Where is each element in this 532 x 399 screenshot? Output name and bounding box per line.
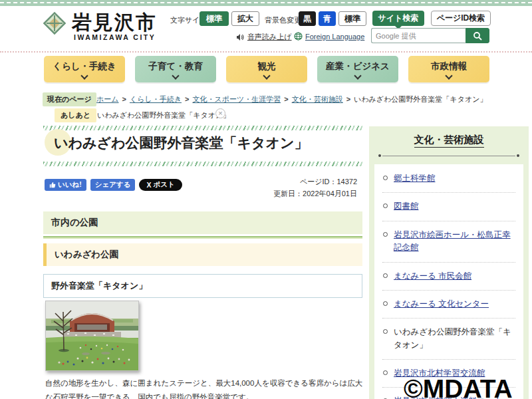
chevron-down-icon xyxy=(354,72,361,79)
bg-blue-button[interactable]: 青 xyxy=(319,11,336,26)
search-button[interactable] xyxy=(466,28,489,43)
nav-tab-kosodate[interactable]: 子育て・教育 xyxy=(135,56,216,82)
breadcrumb-link-bunka-sports[interactable]: 文化・スポーツ・生涯学習 xyxy=(192,95,281,103)
x-post-button[interactable]: X ポスト xyxy=(139,179,182,191)
page-id: ページID：14372 xyxy=(273,176,357,188)
breadcrumb: ホーム>くらし・手続き>文化・スポーツ・生涯学習>文化・芸術施設>いわみざわ公園… xyxy=(96,94,487,104)
sidebar-list: 郷土科学館 図書館 岩見沢市絵画ホール・松島正幸記念館 まなみーる 市民会館 ま… xyxy=(374,164,523,399)
x-icon: X xyxy=(146,181,151,189)
thumbs-up-icon xyxy=(49,182,56,188)
circle-bullet-icon xyxy=(383,329,388,334)
bg-color-label: 背景色変更 xyxy=(265,15,301,25)
footprints-badge: あしあと xyxy=(55,108,96,122)
font-standard-button[interactable]: 標準 xyxy=(200,11,229,26)
circle-bullet-icon xyxy=(383,176,388,180)
search-icon xyxy=(473,31,482,41)
chevron-down-icon xyxy=(172,72,179,79)
sidebar-item-kitaon-current: いわみざわ公園野外音楽堂「キタオン」 xyxy=(382,319,515,360)
circle-bullet-icon xyxy=(383,301,388,306)
social-buttons: いいね! シェアする X ポスト xyxy=(45,179,182,191)
page: 岩見沢市 IWAMIZAWA CITY 文字サイズ 標準 拡大 背景色変更 黒 … xyxy=(0,0,532,399)
dot-icon xyxy=(378,154,381,157)
site-search-tab[interactable]: サイト検索 xyxy=(372,11,424,26)
facebook-share-button[interactable]: シェアする xyxy=(90,179,136,191)
sidebar-item-kyodo-science[interactable]: 郷土科学館 xyxy=(382,165,515,193)
leaf-border-bottom xyxy=(43,162,362,166)
sidebar-title[interactable]: 文化・芸術施設 xyxy=(369,134,529,146)
foreign-language-link[interactable]: Foreign Language xyxy=(294,32,364,41)
sidebar-item-kaiga-hall[interactable]: 岩見沢市絵画ホール・松島正幸記念館 xyxy=(382,221,515,263)
breadcrumb-current: いわみざわ公園野外音楽堂「キタオン」 xyxy=(354,95,487,103)
sidebar-culture-facilities: 文化・芸術施設 郷土科学館 図書館 岩見沢市絵画ホール・松島正幸記念館 まなみー… xyxy=(369,126,529,399)
breadcrumb-link-kurashi[interactable]: くらし・手続き xyxy=(130,95,182,103)
header-divider xyxy=(0,51,532,53)
page-title: いわみざわ公園野外音楽堂「キタオン」 xyxy=(45,134,308,152)
nav-tab-kurashi[interactable]: くらし・手続き xyxy=(44,56,125,82)
circle-bullet-icon xyxy=(383,370,388,375)
city-logo-icon[interactable] xyxy=(41,10,68,37)
close-icon[interactable]: × xyxy=(215,108,225,118)
section-heading-kitaon: 野外音楽堂「キタオン」 xyxy=(43,274,362,298)
bg-standard-button[interactable]: 標準 xyxy=(338,11,366,26)
chevron-down-icon xyxy=(263,72,270,79)
section-heading-iwamizawa-park: いわみざわ公園 xyxy=(43,243,362,266)
site-title-en: IWAMIZAWA CITY xyxy=(74,33,156,41)
chevron-down-icon xyxy=(80,72,88,79)
tts-link[interactable]: 音声読み上げ xyxy=(236,32,292,42)
search-input[interactable] xyxy=(371,28,466,43)
section-heading-parks: 市内の公園 xyxy=(43,211,362,234)
updated-date: 更新日：2022年04月01日 xyxy=(273,188,357,200)
page-meta: ページID：14372 更新日：2022年04月01日 xyxy=(273,176,357,200)
description-text: 自然の地形を生かし、森に囲まれたステージと、最大14,000人を収容できる客席か… xyxy=(45,376,363,399)
footprints-item[interactable]: いわみざわ公園野外音楽堂「キタオン」 xyxy=(97,110,230,120)
sidebar-item-manamiru-shimin[interactable]: まなみーる 市民会館 xyxy=(382,263,515,291)
chevron-down-icon xyxy=(445,72,452,79)
nav-tab-shisei[interactable]: 市政情報 xyxy=(408,56,489,82)
circle-bullet-icon xyxy=(383,273,388,278)
circle-bullet-icon xyxy=(383,232,388,237)
top-decor-band xyxy=(0,0,532,6)
nav-tab-sangyo[interactable]: 産業・ビジネス xyxy=(317,56,398,82)
page-id-search-tab[interactable]: ページID検索 xyxy=(431,11,491,26)
font-large-button[interactable]: 拡大 xyxy=(231,11,259,26)
nav-tab-kanko[interactable]: 観光 xyxy=(226,56,307,82)
circle-bullet-icon xyxy=(383,203,388,208)
sidebar-item-library[interactable]: 図書館 xyxy=(382,193,515,221)
site-title[interactable]: 岩見沢市 xyxy=(72,9,157,37)
breadcrumb-link-home[interactable]: ホーム xyxy=(96,95,119,103)
stitch-line xyxy=(0,2,532,3)
leaf-border-top xyxy=(43,126,362,130)
current-page-badge: 現在のページ xyxy=(43,92,96,106)
breadcrumb-link-bunka-geijutsu[interactable]: 文化・芸術施設 xyxy=(292,95,343,103)
dot-icon xyxy=(517,154,519,157)
globe-icon xyxy=(294,32,303,41)
speaker-icon xyxy=(236,33,245,41)
facebook-like-button[interactable]: いいね! xyxy=(45,179,86,191)
sidebar-rule xyxy=(378,154,519,157)
bg-black-button[interactable]: 黒 xyxy=(299,11,316,26)
mdata-watermark: ©MDATA xyxy=(404,374,513,399)
kitaon-amphitheater-photo xyxy=(45,301,139,371)
sidebar-item-manamiru-bunka[interactable]: まなみーる 文化センター xyxy=(382,291,515,319)
